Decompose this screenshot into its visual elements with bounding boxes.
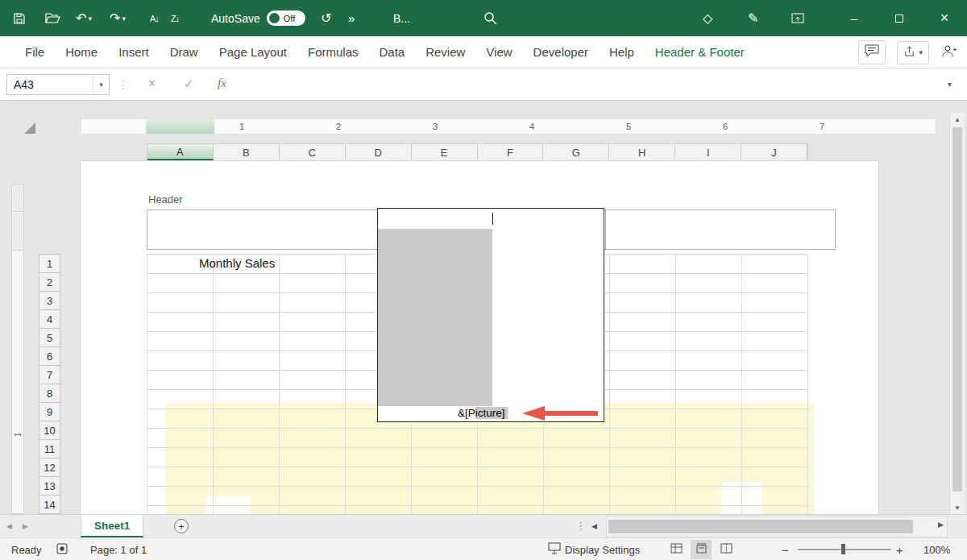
column-header-g[interactable]: G (543, 144, 609, 160)
share-button[interactable]: ▾ (897, 41, 929, 64)
autosave-toggle[interactable]: AutoSave Off (211, 0, 305, 36)
vertical-scrollbar[interactable]: ▲ ▼ (949, 113, 965, 514)
tab-developer[interactable]: Developer (523, 36, 599, 68)
ruler-corner-marker (24, 122, 35, 134)
open-button[interactable] (45, 0, 60, 36)
zoom-out-button[interactable]: − (782, 538, 789, 560)
sync-icon: ↺ (321, 12, 331, 25)
sheet-nav-left-button[interactable]: ◀ (6, 522, 12, 530)
column-header-i[interactable]: I (675, 144, 741, 160)
enter-entry-button[interactable]: ✓ (184, 77, 194, 91)
column-header-e[interactable]: E (412, 144, 478, 160)
tab-insert[interactable]: Insert (108, 36, 160, 68)
sort-descending-button[interactable]: Z↓ (171, 0, 179, 36)
scroll-left-button[interactable]: ◀ (591, 522, 597, 530)
sort-descending-icon: Z↓ (171, 14, 179, 23)
sheet-nav-right-button[interactable]: ▶ (23, 522, 28, 530)
tab-page-layout[interactable]: Page Layout (209, 36, 297, 68)
tab-draw[interactable]: Draw (160, 36, 209, 68)
formula-bar-drag-handle[interactable]: ⋮ (118, 78, 129, 91)
row-header-6[interactable]: 6 (39, 346, 60, 366)
row-header-8[interactable]: 8 (39, 384, 60, 403)
display-settings-button[interactable]: Display Settings (548, 538, 640, 560)
tab-home[interactable]: Home (55, 36, 108, 68)
row-header-5[interactable]: 5 (39, 328, 60, 347)
add-sheet-button[interactable]: + (174, 519, 189, 533)
sheet-tab-sheet1[interactable]: Sheet1 (81, 515, 143, 537)
autosave-pill[interactable]: Off (267, 10, 305, 26)
row-header-4[interactable]: 4 (39, 309, 60, 329)
tab-review[interactable]: Review (415, 36, 475, 68)
name-box[interactable]: A43 ▾ (6, 74, 110, 95)
name-box-dropdown-icon[interactable]: ▾ (93, 75, 109, 94)
status-bar: Ready Page: 1 of 1 Display Settings (0, 537, 967, 560)
search-button[interactable] (484, 0, 497, 36)
horizontal-scroll-thumb[interactable] (608, 520, 913, 533)
sort-ascending-button[interactable]: A↓ (150, 0, 159, 36)
redo-button[interactable]: ↷ ▾ (110, 0, 126, 36)
zoom-slider-thumb[interactable] (841, 544, 845, 554)
formula-bar-expand-icon[interactable]: ▾ (948, 80, 952, 89)
tab-help[interactable]: Help (599, 36, 645, 68)
row-header-10[interactable]: 10 (39, 421, 60, 440)
red-arrow-annotation (522, 405, 600, 425)
ribbon-display-options-button[interactable] (791, 0, 804, 36)
column-header-f[interactable]: F (478, 144, 544, 160)
tab-data[interactable]: Data (368, 36, 415, 68)
comments-button[interactable] (858, 40, 886, 64)
draw-pen-button[interactable]: ✎ (748, 0, 758, 36)
horizontal-ruler: 1 2 3 4 5 6 7 (81, 118, 936, 135)
minimize-button[interactable]: – (832, 0, 877, 36)
horizontal-scrollbar[interactable]: ▶ (606, 516, 948, 537)
ruler-mark: 5 (623, 122, 634, 131)
redo-dropdown-icon[interactable]: ▾ (122, 15, 126, 23)
scroll-up-button[interactable]: ▲ (950, 113, 965, 126)
insert-function-button[interactable]: fx (218, 77, 226, 90)
vertical-ruler: 1 2 (11, 184, 24, 514)
row-header-7[interactable]: 7 (39, 365, 60, 384)
normal-view-button[interactable] (666, 540, 687, 559)
save-button[interactable] (13, 0, 26, 36)
header-center-section[interactable]: &[Picture] (377, 208, 604, 422)
name-box-value[interactable]: A43 (7, 78, 93, 91)
row-header-1[interactable]: 1 (39, 254, 60, 273)
vertical-scroll-thumb[interactable] (952, 127, 962, 492)
scroll-right-button[interactable]: ▶ (938, 521, 944, 529)
column-header-j[interactable]: J (741, 144, 807, 160)
row-header-14[interactable]: 14 (39, 495, 60, 514)
tab-file[interactable]: File (15, 36, 55, 68)
undo-button[interactable]: ↶ ▾ (76, 0, 92, 36)
cancel-entry-button[interactable]: × (148, 77, 156, 91)
formula-bar: A43 ▾ ⋮ × ✓ fx ▾ (0, 68, 967, 101)
premium-features-button[interactable]: ◇ (703, 0, 712, 36)
tab-bar-splitter[interactable]: ⋮ (575, 520, 586, 532)
row-header-3[interactable]: 3 (39, 291, 60, 310)
sync-button[interactable]: ↺ (321, 0, 331, 36)
tab-formulas[interactable]: Formulas (297, 36, 369, 68)
row-header-11[interactable]: 11 (39, 439, 60, 458)
maximize-button[interactable] (877, 0, 922, 36)
row-header-2[interactable]: 2 (39, 272, 60, 292)
column-header-h[interactable]: H (609, 144, 675, 160)
tab-header-and-footer[interactable]: Header & Footer (645, 36, 755, 68)
close-button[interactable]: × (922, 0, 967, 36)
tab-view[interactable]: View (475, 36, 522, 68)
row-header-12[interactable]: 12 (39, 458, 60, 477)
column-header-d[interactable]: D (346, 144, 412, 160)
row-header-13[interactable]: 13 (39, 476, 60, 496)
column-header-a[interactable]: A (147, 144, 214, 160)
page-break-view-button[interactable] (716, 540, 737, 559)
row-header-9[interactable]: 9 (39, 402, 60, 421)
search-icon (484, 11, 497, 25)
zoom-level[interactable]: 100% (923, 538, 950, 560)
undo-dropdown-icon[interactable]: ▾ (88, 15, 92, 23)
quick-access-overflow-button[interactable]: » (348, 0, 355, 36)
column-header-c[interactable]: C (280, 144, 346, 160)
macro-record-button[interactable] (56, 538, 68, 560)
formula-input[interactable] (251, 74, 938, 95)
people-button[interactable] (940, 42, 959, 64)
page-layout-view-button[interactable] (691, 540, 712, 559)
zoom-in-button[interactable]: + (896, 538, 903, 560)
column-header-b[interactable]: B (214, 144, 280, 160)
scroll-down-button[interactable]: ▼ (950, 501, 965, 514)
